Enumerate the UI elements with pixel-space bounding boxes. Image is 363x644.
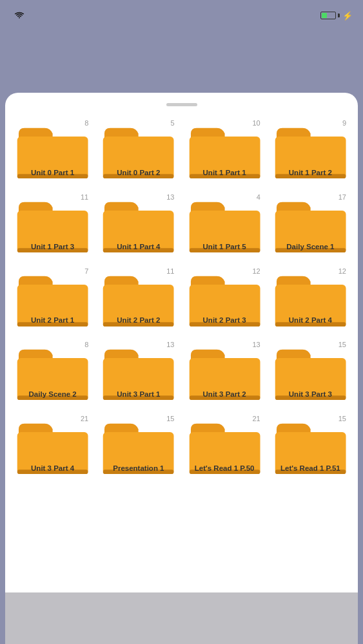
drag-handle[interactable] <box>166 103 197 106</box>
folder-item[interactable]: 7Unit 2 Part 1 <box>13 265 92 332</box>
folder-item[interactable]: 21Let's Read 1 P.50 <box>185 412 264 480</box>
folder-item[interactable]: 17Daily Scene 1 <box>271 191 350 258</box>
folder-label: Unit 1 Part 2 <box>271 169 350 178</box>
bottom-area <box>5 592 358 644</box>
folder-label: Let's Read 1 P.50 <box>185 464 264 473</box>
folder-label: Unit 3 Part 1 <box>99 390 178 399</box>
folder-count: 21 <box>81 415 88 422</box>
battery-area: ⚡ <box>318 11 353 21</box>
folder-count: 8 <box>84 341 88 348</box>
charging-icon: ⚡ <box>342 11 353 21</box>
folder-item[interactable]: 8Unit 0 Part 1 <box>13 117 92 184</box>
folder-item[interactable]: 15Let's Read 1 P.51 <box>271 412 350 480</box>
folder-count: 5 <box>170 119 174 127</box>
folder-item[interactable]: 12Unit 2 Part 3 <box>185 265 264 332</box>
folder-count: 15 <box>166 415 174 422</box>
battery-icon <box>320 12 340 19</box>
folder-label: Unit 1 Part 3 <box>13 243 92 252</box>
folder-label: Unit 0 Part 1 <box>13 169 92 178</box>
folder-count: 13 <box>253 341 260 348</box>
folder-count: 13 <box>166 193 174 201</box>
folder-count: 12 <box>253 267 260 275</box>
carrier-wifi <box>10 12 25 19</box>
folder-item[interactable]: 15Unit 3 Part 3 <box>271 338 350 406</box>
folder-item[interactable]: 11Unit 1 Part 3 <box>13 191 92 258</box>
folder-label: Presentation 1 <box>99 464 178 473</box>
folder-label: Unit 1 Part 5 <box>185 243 264 252</box>
folder-count: 9 <box>342 119 346 127</box>
folder-grid: 8Unit 0 Part 15Unit 0 Part 210Unit 1 Par… <box>13 117 350 480</box>
folder-label: Daily Scene 1 <box>271 243 350 252</box>
folder-label: Unit 3 Part 4 <box>13 464 92 473</box>
wifi-icon <box>14 12 25 19</box>
folder-count: 8 <box>84 119 88 127</box>
folder-item[interactable]: 13Unit 3 Part 1 <box>99 338 178 406</box>
folder-count: 12 <box>338 267 346 275</box>
folder-label: Unit 0 Part 2 <box>99 169 178 178</box>
folder-label: Daily Scene 2 <box>13 390 92 399</box>
folder-count: 15 <box>338 415 346 422</box>
folder-item[interactable]: 12Unit 2 Part 4 <box>271 265 350 332</box>
folder-item[interactable]: 13Unit 3 Part 2 <box>185 338 264 406</box>
folder-item[interactable]: 9Unit 1 Part 2 <box>271 117 350 184</box>
folder-count: 7 <box>84 267 88 275</box>
folder-count: 11 <box>166 267 174 275</box>
folder-count: 21 <box>253 415 260 422</box>
folder-label: Unit 2 Part 2 <box>99 316 178 325</box>
main-card: 8Unit 0 Part 15Unit 0 Part 210Unit 1 Par… <box>5 93 358 592</box>
folder-item[interactable]: 15Presentation 1 <box>99 412 178 480</box>
folder-count: 17 <box>338 193 346 201</box>
folder-count: 4 <box>257 193 260 201</box>
folder-label: Unit 1 Part 1 <box>185 169 264 178</box>
folder-label: Let's Read 1 P.51 <box>271 464 350 473</box>
folder-label: Unit 3 Part 3 <box>271 390 350 399</box>
folder-label: Unit 2 Part 3 <box>185 316 264 325</box>
folder-item[interactable]: 13Unit 1 Part 4 <box>99 191 178 258</box>
folder-count: 10 <box>253 119 260 127</box>
header-area <box>0 28 363 93</box>
folder-item[interactable]: 11Unit 2 Part 2 <box>99 265 178 332</box>
folder-label: Unit 1 Part 4 <box>99 243 178 252</box>
folder-item[interactable]: 5Unit 0 Part 2 <box>99 117 178 184</box>
folder-count: 11 <box>81 193 88 201</box>
folder-item[interactable]: 21Unit 3 Part 4 <box>13 412 92 480</box>
folder-label: Unit 2 Part 4 <box>271 316 350 325</box>
status-bar: ⚡ <box>0 0 363 28</box>
folder-label: Unit 3 Part 2 <box>185 390 264 399</box>
folder-count: 15 <box>338 341 346 348</box>
folder-count: 13 <box>166 341 174 348</box>
folder-item[interactable]: 10Unit 1 Part 1 <box>185 117 264 184</box>
folder-label: Unit 2 Part 1 <box>13 316 92 325</box>
folder-item[interactable]: 4Unit 1 Part 5 <box>185 191 264 258</box>
folder-item[interactable]: 8Daily Scene 2 <box>13 338 92 406</box>
